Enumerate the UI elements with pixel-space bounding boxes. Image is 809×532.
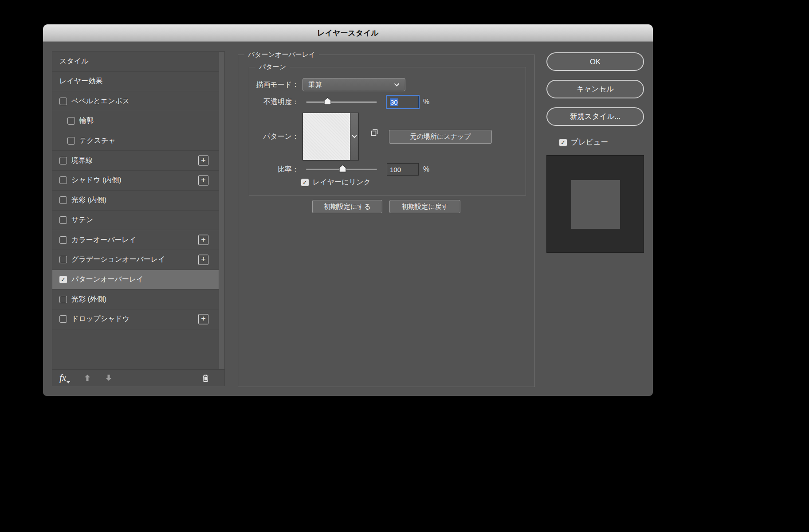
chevron-down-icon [352, 135, 357, 138]
opacity-slider-thumb[interactable] [324, 97, 331, 105]
link-with-layer-checkbox[interactable] [301, 179, 309, 186]
pattern-overlay-group-title: パターンオーバーレイ [244, 50, 319, 59]
blend-mode-label: 描画モード： [249, 78, 299, 91]
reset-to-default-label: 初期設定に戻す [401, 203, 448, 211]
sidebar-item-label: シャドウ (内側) [71, 176, 122, 185]
opacity-value: 30 [390, 98, 398, 106]
sidebar-item-inner-glow[interactable]: 光彩 (内側) [52, 191, 219, 211]
fx-caret-icon [67, 381, 70, 383]
sidebar-item-color-overlay[interactable]: カラーオーバーレイ [52, 230, 219, 250]
sidebar-item-label: スタイル [59, 57, 89, 66]
trash-icon [202, 374, 209, 382]
opacity-input[interactable]: 30 [387, 96, 419, 108]
satin-checkbox[interactable] [59, 216, 67, 224]
snap-to-origin-label: 元の場所にスナップ [410, 133, 471, 141]
sidebar-item-gradient-overlay[interactable]: グラデーションオーバーレイ [52, 250, 219, 270]
sidebar-item-label: グラデーションオーバーレイ [71, 255, 165, 264]
styles-list: スタイル レイヤー効果 ベベルとエンボス 輪郭 テクスチャ 境界線 [52, 52, 219, 329]
make-default-button[interactable]: 初期設定にする [312, 200, 382, 213]
sidebar-item-inner-shadow[interactable]: シャドウ (内側) [52, 171, 219, 191]
cancel-button[interactable]: キャンセル [546, 80, 644, 98]
new-pattern-icon [370, 128, 379, 137]
pattern-picker-button[interactable] [350, 113, 359, 160]
move-effect-down-button[interactable] [105, 374, 113, 382]
style-preview-square [571, 180, 620, 229]
sidebar-item-layer-effects[interactable]: レイヤー効果 [52, 72, 219, 92]
sidebar-item-outer-glow[interactable]: 光彩 (外側) [52, 289, 219, 309]
sidebar-item-label: サテン [71, 215, 93, 225]
sidebar-toolbar: fx [52, 369, 224, 386]
texture-checkbox[interactable] [67, 137, 75, 145]
arrow-up-icon [83, 374, 91, 382]
window-titlebar[interactable]: レイヤースタイル [43, 24, 653, 42]
inner-shadow-checkbox[interactable] [59, 176, 67, 184]
new-pattern-button[interactable] [370, 128, 379, 137]
move-effect-up-button[interactable] [83, 374, 91, 382]
link-with-layer-row[interactable]: レイヤーにリンク [301, 178, 371, 187]
preview-checkbox[interactable] [559, 139, 567, 146]
preview-toggle[interactable]: プレビュー [559, 137, 608, 147]
pattern-settings-group-title: パターン [255, 63, 290, 71]
opacity-slider[interactable] [306, 96, 377, 108]
pattern-swatch[interactable] [302, 113, 350, 160]
pattern-label: パターン： [249, 130, 299, 143]
chevron-down-icon [394, 83, 400, 86]
sidebar-item-label: パターンオーバーレイ [71, 275, 144, 284]
opacity-label: 不透明度： [249, 96, 299, 108]
sidebar-item-stroke[interactable]: 境界線 [52, 151, 219, 171]
pattern-overlay-checkbox[interactable] [59, 276, 67, 283]
drop-shadow-checkbox[interactable] [59, 315, 67, 323]
scale-slider[interactable] [306, 163, 377, 176]
window-title: レイヤースタイル [317, 28, 379, 38]
make-default-label: 初期設定にする [324, 203, 371, 211]
scale-input[interactable]: 100 [387, 163, 419, 176]
style-preview [546, 155, 644, 253]
gradient-overlay-checkbox[interactable] [59, 256, 67, 263]
color-overlay-checkbox[interactable] [59, 236, 67, 244]
preview-label: プレビュー [571, 137, 608, 147]
arrow-down-icon [105, 374, 113, 382]
stroke-add-button[interactable] [198, 156, 208, 166]
sidebar-item-label: 光彩 (内側) [71, 196, 106, 205]
blend-mode-select[interactable]: 乗算 [302, 78, 405, 91]
pattern-overlay-group: パターンオーバーレイ パターン 描画モード： 乗算 不透明度： 30 [238, 55, 535, 387]
contour-checkbox[interactable] [67, 117, 75, 125]
sidebar-item-contour[interactable]: 輪郭 [52, 111, 219, 131]
color-overlay-add-button[interactable] [198, 235, 208, 245]
sidebar-item-label: テクスチャ [79, 136, 116, 145]
sidebar-item-drop-shadow[interactable]: ドロップシャドウ [52, 309, 219, 329]
drop-shadow-add-button[interactable] [198, 314, 208, 324]
sidebar-item-label: ドロップシャドウ [71, 314, 130, 324]
sidebar-item-pattern-overlay[interactable]: パターンオーバーレイ [52, 270, 219, 290]
opacity-unit: % [423, 96, 429, 108]
sidebar-item-label: 光彩 (外側) [71, 295, 106, 304]
bevel-emboss-checkbox[interactable] [59, 98, 67, 105]
fx-menu-button[interactable]: fx [59, 373, 70, 383]
sidebar-item-styles[interactable]: スタイル [52, 52, 219, 72]
scale-unit: % [423, 163, 429, 176]
delete-effect-button[interactable] [202, 374, 209, 382]
reset-to-default-button[interactable]: 初期設定に戻す [389, 200, 460, 213]
snap-to-origin-button[interactable]: 元の場所にスナップ [389, 130, 492, 144]
sidebar-item-bevel-emboss[interactable]: ベベルとエンボス [52, 91, 219, 111]
sidebar-scrollbar[interactable] [219, 52, 224, 369]
scale-slider-thumb[interactable] [339, 164, 346, 172]
inner-glow-checkbox[interactable] [59, 196, 67, 204]
opacity-slider-track[interactable] [306, 101, 377, 103]
blend-mode-value: 乗算 [308, 80, 322, 90]
outer-glow-checkbox[interactable] [59, 296, 67, 303]
new-style-button[interactable]: 新規スタイル... [546, 107, 644, 126]
sidebar-item-texture[interactable]: テクスチャ [52, 131, 219, 151]
sidebar-item-label: 境界線 [71, 156, 93, 165]
link-with-layer-label: レイヤーにリンク [313, 178, 371, 187]
ok-button[interactable]: OK [546, 52, 644, 71]
scale-label: 比率： [249, 163, 299, 176]
styles-sidebar: スタイル レイヤー効果 ベベルとエンボス 輪郭 テクスチャ 境界線 [52, 51, 225, 386]
sidebar-item-satin[interactable]: サテン [52, 211, 219, 231]
sidebar-item-label: レイヤー効果 [59, 77, 102, 86]
sidebar-item-label: 輪郭 [79, 116, 94, 125]
inner-shadow-add-button[interactable] [198, 175, 208, 185]
stroke-checkbox[interactable] [59, 157, 67, 164]
ok-label: OK [590, 58, 601, 66]
gradient-overlay-add-button[interactable] [198, 254, 208, 265]
